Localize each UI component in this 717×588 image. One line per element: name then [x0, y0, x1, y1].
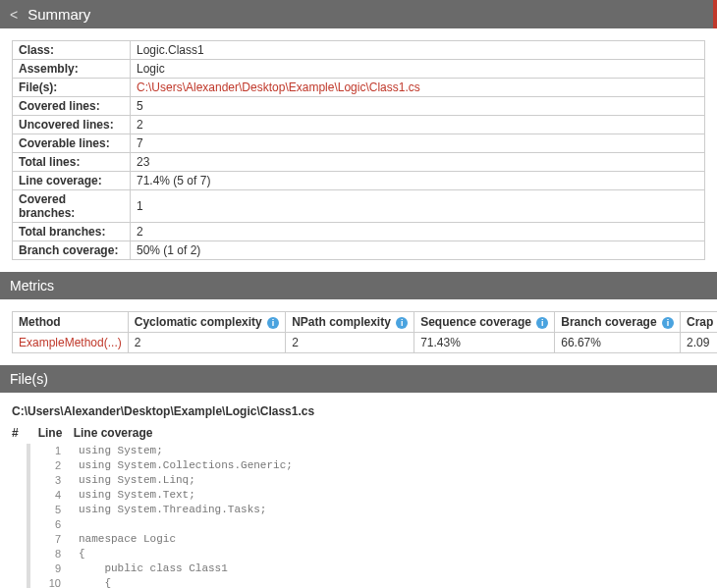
code-text: using System.Collections.Generic; — [77, 458, 705, 473]
branch-icon — [67, 503, 77, 517]
back-button[interactable]: < — [10, 7, 18, 23]
summary-row: Coverable lines:7 — [13, 134, 705, 153]
col-npath: NPath complexity i — [286, 312, 414, 333]
code-line: 8{ — [12, 547, 705, 561]
hit-count — [12, 532, 26, 547]
branch-bar — [32, 444, 36, 458]
code-line: 1using System; — [12, 444, 705, 458]
summary-value: Logic — [131, 60, 705, 79]
accent-edge — [713, 0, 717, 28]
line-number: 5 — [37, 503, 67, 517]
cell-seq: 71.43% — [414, 333, 555, 353]
file-link[interactable]: C:\Users\Alexander\Desktop\Example\Logic… — [137, 80, 420, 94]
cell-npath: 2 — [286, 333, 414, 353]
summary-value: 2 — [131, 116, 705, 134]
branch-bar — [32, 532, 36, 547]
code-text: { — [77, 576, 705, 588]
code-text: using System; — [77, 444, 705, 458]
summary-label: Covered branches: — [13, 190, 131, 223]
summary-row: Class:Logic.Class1 — [13, 41, 705, 60]
code-line: 3using System.Linq; — [12, 473, 705, 488]
line-number: 6 — [37, 517, 67, 532]
summary-label: File(s): — [13, 79, 131, 97]
metrics-table: Method Cyclomatic complexity i NPath com… — [12, 311, 717, 353]
summary-label: Coverable lines: — [13, 134, 131, 153]
summary-label: Covered lines: — [13, 97, 131, 116]
summary-label: Class: — [13, 41, 131, 60]
summary-label: Assembly: — [13, 60, 131, 79]
code-text: namespace Logic — [77, 532, 705, 547]
branch-icon — [67, 444, 77, 458]
summary-value: 2 — [131, 223, 705, 241]
cell-branch: 66.67% — [555, 333, 681, 353]
summary-value: 1 — [131, 190, 705, 223]
method-link[interactable]: ExampleMethod(...) — [19, 336, 122, 349]
col-branch: Branch coverage i — [555, 312, 681, 333]
branch-bar — [32, 488, 36, 503]
summary-label: Branch coverage: — [13, 241, 131, 260]
section-files-header: File(s) — [0, 365, 717, 393]
coverage-bar — [27, 473, 30, 488]
coverage-bar — [27, 561, 30, 576]
line-number: 10 — [37, 576, 67, 588]
hit-count — [12, 444, 26, 458]
info-icon[interactable]: i — [662, 317, 674, 329]
summary-label: Uncovered lines: — [13, 116, 131, 134]
line-number: 9 — [37, 561, 67, 576]
code-line: 9 public class Class1 — [12, 561, 705, 576]
col-method: Method — [13, 312, 129, 333]
code-text: using System.Text; — [77, 488, 705, 503]
hit-count — [12, 473, 26, 488]
col-crap: Crap Score i — [680, 312, 717, 333]
line-number: 4 — [37, 488, 67, 503]
branch-bar — [32, 517, 36, 532]
summary-row: Uncovered lines:2 — [13, 116, 705, 134]
info-icon[interactable]: i — [536, 317, 548, 329]
code-line: 7namespace Logic — [12, 532, 705, 547]
coverage-bar — [27, 458, 30, 473]
coverage-bar — [27, 503, 30, 517]
line-number: 8 — [37, 547, 67, 561]
summary-value: 23 — [131, 153, 705, 172]
summary-table: Class:Logic.Class1Assembly:LogicFile(s):… — [12, 40, 705, 260]
code-text: { — [77, 547, 705, 561]
cell-crap: 2.09 — [680, 333, 717, 353]
hit-count — [12, 517, 26, 532]
branch-icon — [67, 473, 77, 488]
code-line: 5using System.Threading.Tasks; — [12, 503, 705, 517]
cell-cc: 2 — [128, 333, 285, 353]
code-text: using System.Linq; — [77, 473, 705, 488]
branch-icon — [67, 488, 77, 503]
branch-icon — [67, 532, 77, 547]
summary-value: 5 — [131, 97, 705, 116]
coverage-bar — [27, 517, 30, 532]
coverage-bar — [27, 576, 30, 588]
file-path: C:\Users\Alexander\Desktop\Example\Logic… — [0, 393, 717, 426]
line-number: 2 — [37, 458, 67, 473]
summary-row: Line coverage:71.4% (5 of 7) — [13, 172, 705, 190]
coverage-bar — [27, 547, 30, 561]
info-icon[interactable]: i — [396, 317, 408, 329]
metrics-row: ExampleMethod(...) 2 2 71.43% 66.67% 2.0… — [13, 333, 718, 353]
code-line: 2using System.Collections.Generic; — [12, 458, 705, 473]
page-title: Summary — [28, 6, 90, 23]
page-header: < Summary — [0, 0, 717, 28]
hit-count — [12, 561, 26, 576]
branch-bar — [32, 458, 36, 473]
coverage-bar — [27, 444, 30, 458]
hit-count — [12, 458, 26, 473]
line-number: 1 — [37, 444, 67, 458]
branch-bar — [32, 503, 36, 517]
summary-label: Total branches: — [13, 223, 131, 241]
section-metrics-header: Metrics — [0, 272, 717, 299]
summary-value: Logic.Class1 — [131, 41, 705, 60]
line-number: 7 — [37, 532, 67, 547]
summary-row: Covered branches:1 — [13, 190, 705, 223]
info-icon[interactable]: i — [267, 317, 279, 329]
code-line: 10 { — [12, 576, 705, 588]
summary-label: Total lines: — [13, 153, 131, 172]
code-line: 6 — [12, 517, 705, 532]
branch-icon — [67, 458, 77, 473]
line-number: 3 — [37, 473, 67, 488]
branch-bar — [32, 473, 36, 488]
